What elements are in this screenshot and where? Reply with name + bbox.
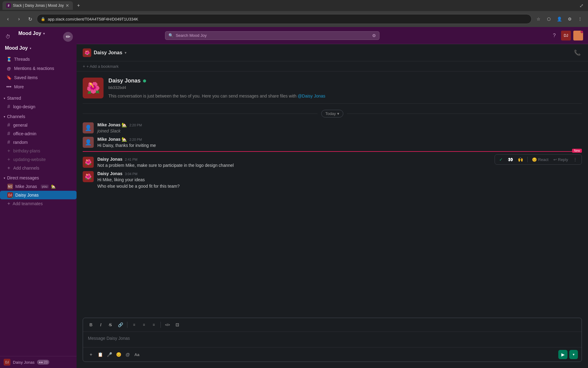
unordered-list-button[interactable]: ≡ [140,320,148,329]
bookmark-star-button[interactable]: ☆ [534,15,543,23]
mention-button[interactable]: @ [123,350,132,359]
sidebar: ⏱ Mood Joy ▾ ✏ Mood Joy ▾ 🧵 Threads @ Me… [0,27,77,368]
input-area[interactable]: Message Daisy Jonas [83,332,582,347]
italic-button[interactable]: I [96,320,105,329]
history-icon[interactable]: ⏱ [4,33,12,41]
workspace-name-container[interactable]: Mood Joy ▾ [18,31,45,36]
more-actions[interactable]: ⋮ [571,156,579,163]
phone-button[interactable]: 📞 [573,48,582,57]
sidebar-footer: DJ Daisy Jonas ●● 23 [0,356,77,368]
forward-button[interactable]: › [15,15,23,23]
numbered-list-button[interactable]: ≡ [149,320,158,329]
input-toolbar: B I S̶ 🔗 ≡ ≡ ≡ </> ⊡ [83,318,582,332]
workspace-chevron-icon: ▾ [30,47,31,50]
emoji-button[interactable]: 😊 [114,350,123,359]
code-button[interactable]: </> [163,320,172,329]
user-avatar-button[interactable]: DJ [561,31,571,40]
strikethrough-button[interactable]: S̶ [106,320,115,329]
ordered-list-button[interactable]: ≡ [130,320,138,329]
user-profile-card: 🌺 Daisy Jonas bb332bd4 This conversation… [83,78,582,104]
user-profile-name-row: Daisy Jonas [108,78,325,84]
channel-name-chevron: ▾ [125,51,126,55]
add-teammates-item[interactable]: + Add teammates [0,199,77,208]
starred-section-header[interactable]: ▾ Starred [0,94,77,102]
channel-name-container[interactable]: Daisy Jonas ▾ [94,50,126,56]
channel-name: general [13,123,28,128]
attach-button[interactable]: 📋 [96,350,104,359]
channel-general[interactable]: # general [0,121,77,129]
search-icon: 🔍 [168,33,173,38]
address-bar[interactable]: 🔒 app.slack.com/client/T04A4T58F4H/D049T… [37,14,532,24]
menu-button[interactable]: ⋮ [576,15,584,23]
font-button[interactable]: Aa [133,350,141,359]
footer-status-toggle[interactable]: ●● 23 [37,360,50,365]
channel-name-text: Daisy Jonas [94,50,122,56]
mic-button[interactable]: 🎤 [105,350,114,359]
help-button[interactable]: ? [550,31,559,40]
sidebar-workspace-row[interactable]: Mood Joy ▾ [0,44,77,55]
channel-random[interactable]: # random [0,138,77,147]
starred-item-logo-design[interactable]: # logo-design [0,102,77,111]
plus-icon: + [7,157,10,162]
add-button[interactable]: + [87,350,95,359]
link-button[interactable]: 🔗 [116,320,125,329]
channels-section-header[interactable]: ▾ Channels [0,112,77,121]
profile-button[interactable]: 👤 [555,15,564,23]
author-emoji-2: 🏡 [122,137,127,142]
bold-button[interactable]: B [87,320,95,329]
react-action[interactable]: 😊 React [530,156,550,163]
message-avatar-4: 🌺 [83,171,94,182]
browser-chrome: # Slack | Daisy Jonas | Mood Joy ✕ + ⤢ ‹… [0,0,588,27]
extension-button[interactable]: ⚙ [565,15,574,23]
dm-arrow-icon: ▾ [4,176,5,180]
browser-action-buttons: ☆ ⬡ 👤 ⚙ ⋮ [534,15,584,23]
hash-icon: # [7,104,10,109]
back-button[interactable]: ‹ [4,15,12,23]
refresh-button[interactable]: ↻ [26,15,34,23]
tab-close-icon[interactable]: ✕ [66,1,69,10]
eyes-action[interactable]: 👀 [506,156,515,163]
dm-daisy-label: Daisy Jonas [15,193,39,197]
message-header-4: Daisy Jonas 3:04 PM [97,171,582,176]
input-bottom-left-actions: + 📋 🎤 😊 @ Aa [87,350,141,359]
dm-mike-jonas[interactable]: MJ Mike Jonas you 🏡 [0,182,77,191]
mentions-label: Mentions & reactions [14,66,54,71]
checkmark-action[interactable]: ✓ [497,156,505,163]
threads-item[interactable]: 🧵 Threads [2,55,74,64]
main-area: 🔍 Search Mood Joy ⚙ ? DJ 🌺 Daisy Jona [77,27,588,368]
send-dropdown-button[interactable]: ▾ [569,350,578,359]
reply-action[interactable]: ↩ Reply [552,156,570,163]
screenshot-button[interactable]: ⬡ [545,15,553,23]
workspace-label: Mood Joy [18,31,41,36]
channel-office-admin[interactable]: # office-admin [0,129,77,138]
hash-icon: # [7,131,10,136]
restore-window-button[interactable]: ⤢ [577,1,586,10]
workspace-name-text: Mood Joy [5,45,28,51]
add-bookmark-btn[interactable]: + + Add a bookmark [83,64,119,69]
channel-name: updating-website [13,157,46,162]
compose-button[interactable]: ✏ [63,32,73,42]
channels-label: Channels [7,114,25,119]
channel-updating-website[interactable]: + updating-website [0,155,77,164]
browser-tab-active[interactable]: # Slack | Daisy Jonas | Mood Joy ✕ [2,1,73,10]
workspace-dropdown-icon: ▾ [43,32,45,35]
hands-action[interactable]: 🙌 [516,156,525,163]
dm-daisy-jonas[interactable]: DJ Daisy Jonas [0,191,77,199]
date-button[interactable]: Today ▾ [321,110,343,117]
search-bar[interactable]: 🔍 Search Mood Joy ⚙ [165,31,379,40]
block-button[interactable]: ⊡ [173,320,182,329]
dm-section: ▾ Direct messages MJ Mike Jonas you 🏡 DJ… [0,174,77,208]
mention-link[interactable]: @Daisy Jonas [298,94,325,98]
mentions-item[interactable]: @ Mentions & reactions [2,64,74,73]
channel-birthday-plans[interactable]: + birthday-plans [0,147,77,155]
more-item[interactable]: ••• More [2,82,74,91]
topbar-right-buttons: ? DJ [550,31,583,40]
notification-avatar[interactable] [573,31,583,40]
new-tab-button[interactable]: + [74,1,83,10]
search-filter-button[interactable]: ⚙ [372,33,376,38]
send-button[interactable]: ▶ [558,350,567,359]
add-channels-item[interactable]: + Add channels [0,164,77,172]
dm-section-header[interactable]: ▾ Direct messages [0,174,77,182]
saved-items-item[interactable]: 🔖 Saved items [2,73,74,82]
reply-icon: ↩ [553,157,557,162]
